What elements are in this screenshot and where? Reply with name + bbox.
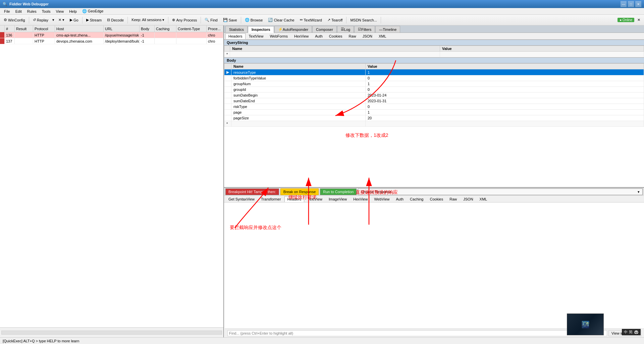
col-hdr-protocol[interactable]: Protocol <box>33 25 55 32</box>
remove-btn[interactable]: ✕ ▾ <box>56 16 67 24</box>
subtab-webforms[interactable]: WebForms <box>267 33 291 39</box>
replay-btn[interactable]: ↺ Replay <box>31 16 51 24</box>
tearoff-btn[interactable]: ↗ Tearoff <box>325 16 345 24</box>
choose-response-btn[interactable]: Choose Response... ▾ <box>358 188 643 195</box>
save-btn[interactable]: 💾 Save <box>221 16 239 24</box>
subtab-resp-caching[interactable]: Caching <box>407 196 426 202</box>
table-row[interactable]: riskType 0 <box>224 104 644 110</box>
break-on-response-btn[interactable]: Break on Response <box>280 188 319 195</box>
text-wizard-btn[interactable]: ✏ TextWizard <box>298 16 324 24</box>
row-result <box>15 38 33 44</box>
subtab-resp-json[interactable]: JSON <box>460 196 476 202</box>
row-indicator <box>0 38 5 44</box>
go-btn[interactable]: ▶ Go <box>67 16 81 24</box>
qs-name-cell <box>230 52 440 57</box>
maximize-btn[interactable]: □ <box>628 1 634 7</box>
app-icon: 🔍 <box>3 2 7 6</box>
subtab-headers[interactable]: Headers <box>225 33 246 39</box>
close-btn[interactable]: ✕ <box>635 1 641 7</box>
close-online-btn[interactable]: ✕ <box>635 16 643 24</box>
request-subtab-bar: Headers TextView WebForms HexView Auth C… <box>224 33 644 40</box>
replay-dropdown-btn[interactable]: ▾ <box>51 16 55 24</box>
winconfig-btn[interactable]: ⚙ WinConfig <box>1 16 28 24</box>
table-row[interactable]: 136 HTTP cms-api-test.zhena... /quyue/me… <box>0 32 223 38</box>
menu-file[interactable]: File <box>1 9 13 14</box>
subtab-resp-auth[interactable]: Auth <box>393 196 407 202</box>
tab-autoresponder[interactable]: ⚡ AutoResponder <box>274 26 312 33</box>
subtab-raw[interactable]: Raw <box>346 33 359 39</box>
table-row[interactable]: pageSize 20 <box>224 115 644 121</box>
menu-help[interactable]: Help <box>66 9 79 14</box>
col-hdr-process[interactable]: Proce... <box>207 25 223 32</box>
table-row[interactable]: forbiddenTypeValue 0 <box>224 75 644 81</box>
body-grid: Name Value ▶ resourceType 1 forbiddenTyp… <box>224 63 644 127</box>
subtab-xml[interactable]: XML <box>376 33 389 39</box>
row-protocol: HTTP <box>33 32 55 38</box>
table-row[interactable]: sumDateBegin 2023-01-24 <box>224 93 644 98</box>
browse-btn[interactable]: 🌐 Browse <box>243 16 265 24</box>
find-btn[interactable]: 🔍 Find <box>202 16 220 24</box>
table-row[interactable]: sumDateEnd 2023-01-31 <box>224 98 644 104</box>
menu-tools[interactable]: Tools <box>39 9 53 14</box>
table-row[interactable]: 137 HTTP devops.zhenaioa.com /deploy/dem… <box>0 38 223 44</box>
any-process-btn[interactable]: ⊕ Any Process <box>170 16 199 24</box>
tab-statistics[interactable]: Statistics <box>225 26 248 33</box>
timeline-icon: — <box>379 27 383 32</box>
table-row[interactable]: * <box>224 121 644 127</box>
row-host: cms-api-test.zhena... <box>55 32 104 38</box>
table-row[interactable]: groupNum 1 <box>224 81 644 87</box>
tab-filters[interactable]: ☑ Filters <box>354 26 375 33</box>
find-input[interactable] <box>227 330 607 336</box>
subtab-resp-headers[interactable]: Headers <box>284 196 305 202</box>
col-hdr-result[interactable]: Result <box>15 25 33 32</box>
tab-timeline[interactable]: — Timeline <box>375 26 400 33</box>
subtab-resp-raw[interactable]: Raw <box>446 196 460 202</box>
horizontal-scroll[interactable] <box>1 331 222 335</box>
menu-view[interactable]: View <box>53 9 67 14</box>
view-in-notepad-btn[interactable]: View in Notepad <box>608 330 641 336</box>
col-hdr-content-type[interactable]: Content-Type <box>176 25 207 32</box>
tab-inspectors[interactable]: Inspectors <box>248 26 274 33</box>
subtab-transformer[interactable]: Transformer <box>258 196 284 202</box>
table-row[interactable]: groupId 0 <box>224 87 644 93</box>
col-hdr-hash[interactable]: # <box>5 25 15 32</box>
subtab-resp-xml[interactable]: XML <box>477 196 490 202</box>
run-to-completion-btn[interactable]: Run to Completion <box>320 188 357 195</box>
decode-btn[interactable]: ⊟ Decode <box>105 16 126 24</box>
tab-composer[interactable]: Composer <box>312 26 337 33</box>
subtab-resp-hexview[interactable]: HexView <box>350 196 371 202</box>
subtab-textview[interactable]: TextView <box>246 33 267 39</box>
table-row[interactable]: page 1 <box>224 110 644 115</box>
stream-btn[interactable]: ▶ Stream <box>84 16 104 24</box>
menu-rules[interactable]: Rules <box>24 9 39 14</box>
left-scrollbar[interactable] <box>0 327 223 337</box>
table-row[interactable]: ▶ resourceType 1 <box>224 69 644 75</box>
breakpoint-hint-btn[interactable]: Breakpoint Hit! Tamper, then: <box>225 188 279 195</box>
minimize-btn[interactable]: — <box>621 1 627 7</box>
subtab-hexview[interactable]: HexView <box>291 33 312 39</box>
col-hdr-body[interactable]: Body <box>140 25 155 32</box>
keep-sessions-btn[interactable]: Keep: All sessions ▾ <box>129 16 167 24</box>
table-row[interactable]: * <box>224 52 644 57</box>
row-body: -1 <box>140 32 155 38</box>
col-hdr-url[interactable]: URL <box>104 25 140 32</box>
col-hdr-caching[interactable]: Caching <box>155 25 176 32</box>
subtab-resp-textview[interactable]: TextView <box>305 196 325 202</box>
subtab-auth[interactable]: Auth <box>312 33 326 39</box>
subtab-webview[interactable]: WebView <box>371 196 392 202</box>
subtab-json[interactable]: JSON <box>360 33 375 39</box>
menu-edit[interactable]: Edit <box>13 9 24 14</box>
msdn-search-btn[interactable]: MSDN Search... <box>348 16 379 24</box>
col-hdr-host[interactable]: Host <box>55 25 104 32</box>
row-indicator <box>0 32 5 38</box>
menu-geoedge[interactable]: 🌐 GeoEdge <box>79 8 106 14</box>
toolbar-sep-8 <box>381 17 381 23</box>
clear-cache-btn[interactable]: 🔄 Clear Cache <box>266 16 297 24</box>
row-id: 137 <box>5 38 15 44</box>
subtab-cookies[interactable]: Cookies <box>326 33 345 39</box>
tab-log[interactable]: ☰ Log <box>337 26 354 33</box>
subtab-imageview[interactable]: ImageView <box>326 196 350 202</box>
subtab-get-syntaxview[interactable]: Get SyntaxView <box>225 196 258 202</box>
body-name-cell: groupNum <box>231 81 366 87</box>
subtab-resp-cookies[interactable]: Cookies <box>427 196 446 202</box>
